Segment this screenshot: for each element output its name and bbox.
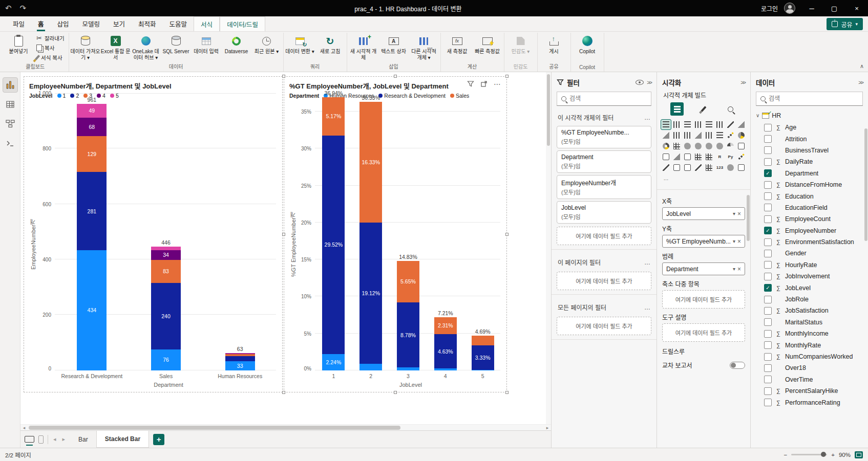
- filter-card[interactable]: %GT EmployeeNumbe...(모두)임: [557, 126, 651, 148]
- bar-segment[interactable]: [472, 336, 494, 345]
- field-row-BusinessTravel[interactable]: BusinessTravel: [751, 145, 868, 156]
- decomposition-tree-icon[interactable]: [661, 163, 671, 172]
- field-row-NumCompaniesWorked[interactable]: ∑NumCompaniesWorked: [751, 351, 868, 362]
- table-icon[interactable]: [693, 152, 703, 162]
- bar-segment[interactable]: 2.24%: [322, 354, 345, 370]
- stacked-bar[interactable]: 4.63%2.31%: [434, 317, 457, 370]
- stacked-bar[interactable]: 19.12%16.33%: [359, 102, 382, 370]
- ribbon-tab-서식[interactable]: 서식: [194, 16, 220, 31]
- bar-segment[interactable]: 49: [77, 104, 107, 118]
- more-visuals-button[interactable]: 다른 시각적 개체 ▾: [409, 33, 439, 62]
- checkbox[interactable]: ✓: [764, 169, 772, 177]
- paste-button[interactable]: 붙여넣기: [4, 33, 33, 62]
- chevron-down-icon[interactable]: ▾: [733, 266, 735, 272]
- treemap-icon[interactable]: [672, 141, 682, 151]
- filter-card[interactable]: JobLevel(모두)임: [557, 201, 651, 224]
- tab-analytics[interactable]: [724, 102, 737, 116]
- login-button[interactable]: 로그인: [760, 4, 779, 13]
- data-search-input[interactable]: [769, 95, 858, 102]
- field-row-DistanceFromHome[interactable]: ∑DistanceFromHome: [751, 179, 868, 190]
- remove-field-icon[interactable]: ×: [737, 238, 741, 245]
- legend-item[interactable]: Sales: [450, 93, 469, 99]
- resize-handle[interactable]: [505, 75, 509, 78]
- bar-segment[interactable]: 434: [77, 250, 107, 370]
- bar-segment[interactable]: [397, 367, 419, 370]
- transform-data-button[interactable]: 데이터 변환 ▾: [285, 33, 315, 62]
- field-row-EducationField[interactable]: EducationField: [751, 202, 868, 213]
- field-row-PerformanceRating[interactable]: ∑PerformanceRating: [751, 397, 868, 408]
- fit-to-page-icon[interactable]: [855, 451, 863, 458]
- more-options-icon[interactable]: …: [644, 114, 650, 121]
- metrics-icon[interactable]: [693, 163, 703, 172]
- checkbox[interactable]: [764, 250, 772, 257]
- stacked-bar[interactable]: 2.24%29.52%5.17%: [322, 97, 345, 370]
- checkbox[interactable]: [764, 399, 772, 406]
- line-and-stacked-column-chart-icon[interactable]: [672, 130, 682, 140]
- field-row-PercentSalaryHike[interactable]: ∑PercentSalaryHike: [751, 385, 868, 397]
- chevron-down-icon[interactable]: ∨: [756, 113, 759, 118]
- qa-visual-icon[interactable]: [672, 163, 682, 172]
- cross-report-toggle[interactable]: [730, 362, 745, 369]
- ribbon-chart-icon[interactable]: [693, 130, 703, 140]
- gauge-icon[interactable]: [726, 141, 735, 151]
- text-box-button[interactable]: 텍스트 상자: [379, 33, 409, 62]
- tab-format-visual[interactable]: [697, 102, 710, 116]
- stacked-column-chart-icon[interactable]: [672, 120, 682, 129]
- matrix-icon[interactable]: [704, 152, 714, 162]
- field-dropzone[interactable]: 여기에 데이터 필드 추가: [662, 290, 745, 309]
- bar-segment[interactable]: 281: [77, 172, 107, 250]
- ribbon-tab-보기[interactable]: 보기: [107, 16, 132, 31]
- card-icon[interactable]: [736, 141, 746, 151]
- maximize-button[interactable]: ▢: [823, 0, 845, 16]
- field-row-Age[interactable]: ∑Age: [751, 122, 868, 133]
- tab-build-visual[interactable]: [670, 102, 684, 116]
- funnel-chart-icon[interactable]: [715, 130, 725, 140]
- dataverse-button[interactable]: Dataverse: [222, 33, 251, 62]
- filter-dropzone[interactable]: 여기에 데이터 필드 추가: [557, 227, 651, 245]
- enter-data-button[interactable]: 데이터 입력: [192, 33, 221, 62]
- checkbox[interactable]: [764, 307, 772, 315]
- arcgis-map-icon[interactable]: [726, 163, 735, 172]
- field-row-Education[interactable]: ∑Education: [751, 190, 868, 202]
- bar-segment[interactable]: [434, 368, 457, 370]
- slicer-icon[interactable]: [683, 152, 692, 162]
- waterfall-chart-icon[interactable]: [704, 130, 714, 140]
- hide-filter-pane-icon[interactable]: [636, 80, 644, 85]
- ribbon-tab-모델링[interactable]: 모델링: [76, 16, 107, 31]
- checkbox[interactable]: [764, 181, 772, 189]
- field-row-MonthlyIncome[interactable]: ∑MonthlyIncome: [751, 328, 868, 339]
- clustered-bar-chart-icon[interactable]: [683, 120, 692, 129]
- checkbox[interactable]: [764, 318, 772, 326]
- bar-segment[interactable]: 129: [77, 136, 107, 172]
- collapse-pane-icon[interactable]: >>: [858, 79, 863, 85]
- field-row-Over18[interactable]: Over18: [751, 362, 868, 374]
- stacked-bar[interactable]: 762408334: [151, 247, 181, 370]
- multi-row-card-icon[interactable]: [661, 152, 671, 162]
- checkbox[interactable]: [764, 364, 772, 372]
- checkbox[interactable]: [764, 158, 772, 166]
- sidebar-item-report-view[interactable]: [3, 77, 18, 93]
- more-options-icon[interactable]: …: [644, 259, 650, 266]
- filter-dropzone[interactable]: 여기에 데이터 필드 추가: [557, 317, 651, 335]
- field-row-JobLevel[interactable]: ✓∑JobLevel: [751, 282, 868, 293]
- field-row-MonthlyRate[interactable]: ∑MonthlyRate: [751, 339, 868, 350]
- checkbox[interactable]: [764, 376, 772, 383]
- field-pill[interactable]: JobLevel▾×: [662, 207, 745, 220]
- filter-icon[interactable]: [467, 80, 474, 87]
- checkbox[interactable]: [764, 215, 772, 223]
- new-page-button[interactable]: +: [153, 434, 164, 445]
- smart-narrative-icon[interactable]: [683, 163, 692, 172]
- cut-button[interactable]: 잘라내기: [35, 34, 66, 42]
- bar-segment[interactable]: 29.52%: [322, 136, 345, 354]
- checkbox[interactable]: [764, 124, 772, 131]
- ribbon-tab-홈[interactable]: 홈: [31, 16, 51, 31]
- field-row-JobInvolvement[interactable]: ∑JobInvolvement: [751, 271, 868, 282]
- field-row-EmployeeNumber[interactable]: ✓∑EmployeeNumber: [751, 225, 868, 236]
- refresh-button[interactable]: 새로 고침: [315, 33, 345, 62]
- field-dropzone[interactable]: 여기에 데이터 필드 추가: [662, 323, 745, 342]
- field-row-EnvironmentSatisfaction[interactable]: ∑EnvironmentSatisfaction: [751, 236, 868, 248]
- field-pill[interactable]: Department▾×: [662, 262, 745, 275]
- more-options-icon[interactable]: …: [644, 304, 650, 311]
- field-row-MaritalStatus[interactable]: MaritalStatus: [751, 317, 868, 328]
- bar-segment[interactable]: [472, 370, 494, 370]
